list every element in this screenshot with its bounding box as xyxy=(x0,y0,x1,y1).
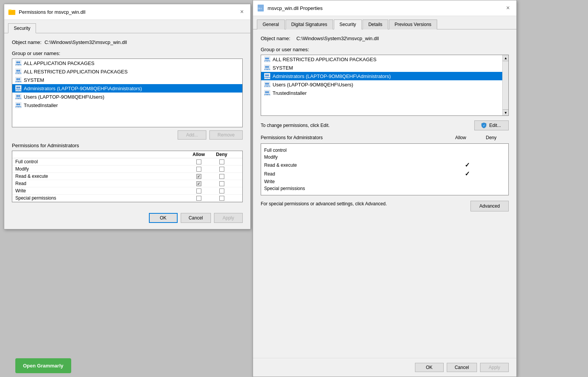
list-item[interactable]: Administrators (LAPTOP-9OM8QEHF\Administ… xyxy=(261,72,508,80)
svg-point-27 xyxy=(267,66,269,68)
svg-point-13 xyxy=(18,87,20,89)
object-name-value-right: C:\Windows\System32\msvcp_win.dll xyxy=(296,36,379,41)
deny-checkbox[interactable] xyxy=(219,174,224,179)
group-icon xyxy=(15,85,21,91)
group-icon xyxy=(264,73,270,79)
allow-checkbox[interactable] xyxy=(196,159,201,164)
svg-point-12 xyxy=(16,87,18,89)
allow-checkbox[interactable]: ✓ xyxy=(196,181,201,186)
group-icon xyxy=(264,81,270,88)
list-item[interactable]: Administrators (LAPTOP-9OM8QEHF\Administ… xyxy=(12,84,242,93)
svg-point-29 xyxy=(265,75,267,76)
svg-rect-14 xyxy=(15,94,21,100)
permissions-close-button[interactable]: × xyxy=(237,7,247,16)
svg-text:✓: ✓ xyxy=(483,124,485,127)
grammarly-button[interactable]: Open Grammarly xyxy=(15,358,71,373)
ok-button-left[interactable]: OK xyxy=(149,213,178,223)
perm-row: Full control xyxy=(12,158,242,166)
tab-general[interactable]: General xyxy=(257,20,285,29)
allow-checkbox[interactable] xyxy=(196,188,201,193)
list-item[interactable]: ALL RESTRICTED APPLICATION PACKAGES xyxy=(261,55,508,63)
object-name-value: C:\Windows\System32\msvcp_win.dll xyxy=(44,39,127,45)
permissions-content: Object name: C:\Windows\System32\msvcp_w… xyxy=(4,33,250,208)
permissions-for-label: Permissions for Administrators xyxy=(12,143,243,148)
svg-point-15 xyxy=(16,95,18,97)
tab-details[interactable]: Details xyxy=(363,20,388,29)
perm-row: Read & execute ✓ xyxy=(12,173,242,180)
allow-checkbox[interactable] xyxy=(196,196,201,201)
props-tab-bar: General Digital Signatures Security Deta… xyxy=(253,16,516,29)
svg-rect-34 xyxy=(264,90,270,96)
change-perms-row: To change permissions, click Edit. ✓ Edi… xyxy=(261,120,509,130)
svg-rect-17 xyxy=(15,102,21,108)
tab-previous-versions[interactable]: Previous Versions xyxy=(389,20,437,29)
cancel-button-right[interactable]: Cancel xyxy=(447,363,477,372)
left-bottom-btns: OK Cancel Apply xyxy=(4,208,250,229)
svg-point-36 xyxy=(267,91,269,93)
properties-titlebar: DLL msvcp_win.dll Properties × xyxy=(253,0,516,16)
object-name-row-right: Object name: C:\Windows\System32\msvcp_w… xyxy=(261,36,509,41)
permissions-dialog: Permissions for msvcp_win.dll × Security… xyxy=(4,4,251,229)
allow-col-header: Allow xyxy=(455,135,486,140)
svg-point-26 xyxy=(265,66,267,68)
advanced-button[interactable]: Advanced xyxy=(470,201,509,211)
apply-button-left[interactable]: Apply xyxy=(214,213,243,223)
list-item[interactable]: Users (LAPTOP-9OM8QEHF\Users) xyxy=(12,93,242,101)
list-item[interactable]: TrustedInstaller xyxy=(261,89,508,97)
deny-checkbox[interactable] xyxy=(219,159,224,164)
svg-point-9 xyxy=(16,78,18,80)
edit-button[interactable]: ✓ Edit... xyxy=(474,120,509,130)
advanced-text: For special permissions or advanced sett… xyxy=(261,201,387,207)
folder-icon xyxy=(8,8,16,16)
properties-close-button[interactable]: × xyxy=(503,3,513,13)
ok-button-right[interactable]: OK xyxy=(415,363,444,372)
deny-checkbox[interactable] xyxy=(219,188,224,193)
svg-point-4 xyxy=(18,62,20,63)
deny-checkbox[interactable] xyxy=(219,181,224,186)
group-icon xyxy=(15,60,21,66)
list-item[interactable]: TrustedInstaller xyxy=(12,101,242,109)
perm-row: Modify xyxy=(12,166,242,173)
group-users-label-right: Group or user names: xyxy=(261,47,509,52)
cancel-button-left[interactable]: Cancel xyxy=(181,213,211,223)
svg-rect-31 xyxy=(264,81,270,88)
remove-button[interactable]: Remove xyxy=(209,130,243,140)
allow-checkbox[interactable]: ✓ xyxy=(196,174,201,179)
list-item[interactable]: ALL APPLICATION PACKAGES xyxy=(12,59,242,67)
perm-row: Special permissions xyxy=(12,195,242,202)
advanced-row: For special permissions or advanced sett… xyxy=(261,201,509,211)
scroll-down-arrow[interactable]: ▼ xyxy=(503,109,509,115)
users-listbox-left[interactable]: ALL APPLICATION PACKAGES ALL RESTRICTED … xyxy=(12,58,243,127)
scroll-up-arrow[interactable]: ▲ xyxy=(503,55,509,61)
apply-button-right[interactable]: Apply xyxy=(480,363,509,372)
perm-row: Modify xyxy=(264,154,505,161)
list-item[interactable]: SYSTEM xyxy=(12,76,242,84)
list-item[interactable]: SYSTEM xyxy=(261,63,508,72)
perm-header: Allow Deny xyxy=(12,151,242,158)
add-button[interactable]: Add... xyxy=(178,130,206,140)
group-icon xyxy=(15,94,21,100)
group-icon xyxy=(264,90,270,96)
users-listbox-right[interactable]: ALL RESTRICTED APPLICATION PACKAGES SYST… xyxy=(261,55,509,116)
tab-security-left[interactable]: Security xyxy=(8,23,36,33)
scrollbar-right[interactable]: ▲ ▼ xyxy=(502,55,508,115)
permissions-titlebar: Permissions for msvcp_win.dll × xyxy=(4,4,250,20)
list-item[interactable]: Users (LAPTOP-9OM8QEHF\Users) xyxy=(261,80,508,89)
deny-checkbox[interactable] xyxy=(219,167,224,172)
properties-title: msvcp_win.dll Properties xyxy=(268,5,323,11)
svg-rect-5 xyxy=(15,68,21,75)
group-icon xyxy=(15,68,21,75)
tab-digital-signatures[interactable]: Digital Signatures xyxy=(286,20,333,29)
list-item[interactable]: ALL RESTRICTED APPLICATION PACKAGES xyxy=(12,67,242,76)
group-icon xyxy=(15,102,21,108)
allow-checkbox[interactable] xyxy=(196,167,201,172)
svg-point-6 xyxy=(16,70,18,72)
dll-icon: DLL xyxy=(257,4,265,12)
perm-row: Read ✓ xyxy=(12,180,242,187)
perm-row: Special permissions xyxy=(264,185,505,192)
deny-col-header: Deny xyxy=(486,135,509,140)
titlebar-left: Permissions for msvcp_win.dll xyxy=(8,8,85,16)
properties-dialog: DLL msvcp_win.dll Properties × General D… xyxy=(253,0,517,377)
tab-security-right[interactable]: Security xyxy=(334,20,362,29)
deny-checkbox[interactable] xyxy=(219,196,224,201)
